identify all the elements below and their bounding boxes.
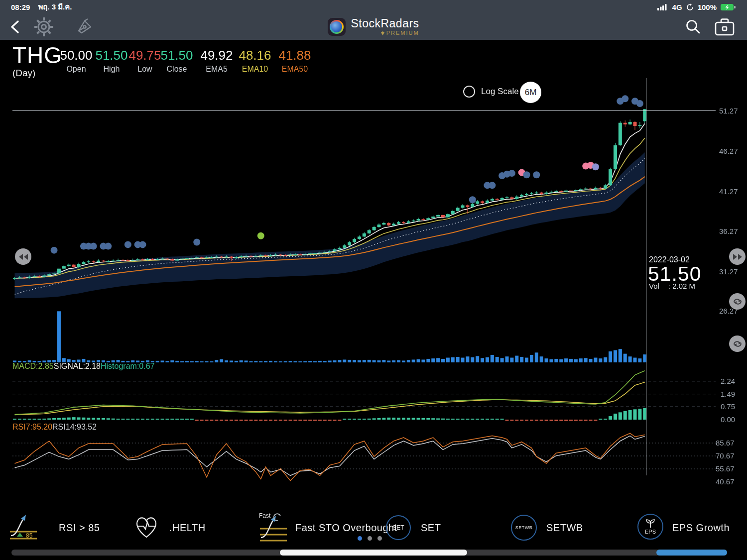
radar-label-faststo[interactable]: Fast STO Overbought [295, 522, 397, 534]
rsi-tick: 55.67 [716, 465, 735, 472]
radar-label-rsi85[interactable]: RSI > 85 [59, 522, 100, 534]
macd-tick: 1.49 [721, 390, 735, 398]
market-label-set[interactable]: SET [421, 522, 441, 534]
svg-text:85: 85 [26, 532, 33, 539]
rsi-tick: 85.67 [716, 439, 735, 447]
rsi-signal-icon: 85 [9, 514, 41, 542]
page-dot[interactable] [368, 536, 372, 541]
app-tier: PREMIUM [386, 30, 419, 36]
rsi7-value-label: RSI7:95.20 [12, 423, 52, 431]
rsi-tick: 70.67 [716, 452, 735, 459]
search-button[interactable] [682, 14, 704, 40]
loop-arrows-icon [733, 339, 743, 348]
price-tick: 31.27 [719, 268, 738, 275]
status-bar: 08:29 พฤ. 3 มี.ค. 4G 100% [0, 0, 747, 14]
quote-close: 51.50Close [156, 49, 198, 74]
rsi14-value-label: RSI14:93.52 [52, 423, 97, 431]
app-logo-icon [328, 18, 346, 36]
price-tick: 41.27 [719, 188, 738, 195]
fast-forward-icon [733, 253, 743, 260]
loop-arrows-icon [733, 297, 743, 306]
toolbar-scroll-thumb[interactable] [656, 550, 727, 556]
orientation-lock-icon [686, 3, 694, 11]
svg-text:Fast: Fast [259, 512, 271, 519]
app-logo: StockRadars PREMIUM [0, 14, 747, 40]
cellular-signal-icon [657, 3, 668, 10]
page-dot-active[interactable] [358, 536, 362, 541]
network-type-label: 4G [672, 3, 682, 11]
log-scale-toggle[interactable]: Log Scale [463, 86, 519, 98]
seedling-icon [645, 519, 656, 528]
status-time: 08:29 [11, 3, 30, 11]
price-chart-canvas[interactable] [0, 0, 747, 560]
briefcase-icon [714, 17, 735, 36]
compare-button-2[interactable] [729, 336, 746, 352]
setwb-badge-icon[interactable]: SETWB [511, 515, 537, 541]
radar-item-rsi85[interactable]: 85 [9, 514, 41, 542]
macd-tick: 0.75 [721, 403, 735, 410]
histogram-value-label: Histogram:0.67 [101, 362, 155, 370]
rsi-indicator-labels: RSI7:95.20RSI14:93.52 [12, 423, 97, 431]
rsi-tick: 40.67 [716, 478, 735, 485]
log-scale-radio[interactable] [463, 86, 475, 98]
market-label-setwb[interactable]: SETWB [546, 522, 583, 534]
portfolio-button[interactable] [712, 14, 737, 40]
quote-ema50: 41.88EMA50 [274, 49, 316, 74]
page-dot[interactable] [377, 536, 382, 541]
set-badge-icon[interactable]: SET [386, 515, 411, 540]
macd-value-label: MACD:2.85 [12, 362, 54, 370]
search-icon [685, 18, 702, 35]
status-date: พฤ. 3 มี.ค. [38, 1, 72, 13]
eps-badge-icon[interactable]: EPS [637, 514, 663, 540]
compare-button-1[interactable] [729, 293, 746, 310]
quote-ema5: 49.92EMA5 [196, 49, 238, 74]
macd-indicator-labels: MACD:2.85SIGNAL:2.18Histogram:0.67 [12, 362, 154, 370]
crosshair-volume: Vol : 2.02 M [649, 282, 695, 290]
radar-label-epsgrowth[interactable]: EPS Growth [672, 522, 730, 534]
signal-value-label: SIGNAL:2.18 [54, 362, 101, 370]
scroll-left-button[interactable] [15, 248, 31, 265]
fast-sto-icon: Fast [258, 512, 291, 542]
price-tick: 46.27 [719, 147, 738, 155]
scroll-right-button[interactable] [729, 248, 746, 265]
timeframe-label: (Day) [12, 68, 35, 79]
page-indicator [358, 536, 382, 541]
nav-bar: StockRadars PREMIUM [0, 14, 747, 40]
stockradars-chart-screen: 08:29 พฤ. 3 มี.ค. 4G 100% [0, 0, 747, 560]
macd-tick: 0.00 [721, 416, 735, 423]
price-tick: 36.27 [719, 227, 738, 235]
radar-label-helth[interactable]: .HELTH [169, 522, 206, 534]
radar-item-helth[interactable] [133, 514, 159, 540]
price-tick: 51.27 [719, 107, 738, 114]
range-button[interactable]: 6M [520, 82, 541, 103]
home-indicator[interactable] [280, 550, 467, 556]
rewind-icon [18, 253, 28, 260]
heart-pulse-icon [133, 514, 159, 540]
macd-tick: 2.24 [721, 377, 735, 385]
quote-ema10: 48.16EMA10 [234, 49, 276, 74]
battery-percent-label: 100% [698, 3, 717, 11]
radar-item-faststo[interactable]: Fast [258, 512, 291, 542]
app-name: StockRadars [351, 18, 419, 29]
volume-value: : 2.02 M [668, 282, 695, 290]
battery-charging-icon [721, 3, 736, 11]
log-scale-label: Log Scale [481, 87, 519, 97]
diamond-icon [380, 31, 385, 35]
volume-label: Vol [649, 282, 659, 290]
